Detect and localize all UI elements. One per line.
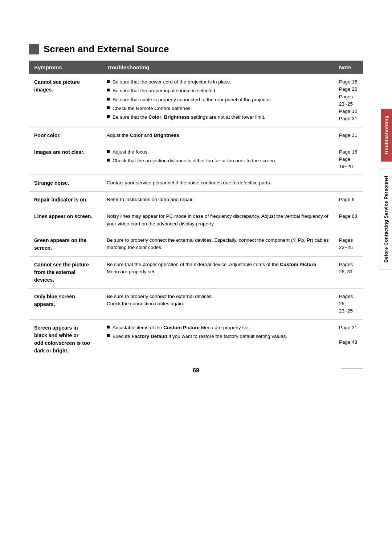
symptom-cell: Poor color. (29, 127, 102, 144)
note-cell: Pages26,23~25 (334, 288, 363, 319)
side-tab-service: Before Contacting Service Personnel (380, 169, 392, 270)
troubleshooting-cell: Be sure to properly connect the external… (102, 288, 334, 319)
note-cell: Page 9 (334, 192, 363, 208)
bullet-icon (107, 115, 110, 118)
page-number: 69 (193, 367, 199, 374)
troubleshooting-cell: Adjust the focus.Check that the projecti… (102, 144, 334, 175)
note-cell: Page 63 (334, 208, 363, 232)
troubleshooting-cell: Adjustable items of the Custom Picture M… (102, 319, 334, 359)
symptom-cell: Images are not clear. (29, 144, 102, 175)
screen-icon (29, 44, 39, 54)
page-container: Screen and External Source Symptoms Trou… (0, 0, 392, 388)
bullet-icon (107, 80, 110, 83)
bullet-icon (107, 326, 110, 328)
symptom-cell: Lines appear on screen. (29, 208, 102, 232)
bullet-icon (107, 334, 110, 337)
note-cell: Page 31Page 48 (334, 319, 363, 359)
note-cell: Page 16Page19~20 (334, 144, 363, 175)
note-cell: Pages23~25 (334, 232, 363, 256)
bullet-icon (107, 159, 110, 162)
trouble-table: Symptoms Troubleshooting Note Cannot see… (29, 61, 363, 359)
symptom-cell: Cannot see the picturefrom the externald… (29, 256, 102, 288)
troubleshooting-cell: Be sure that the power cord of the proje… (102, 74, 334, 127)
bullet-icon (107, 98, 110, 101)
note-cell: Pages26, 31 (334, 256, 363, 288)
symptom-cell: Repair indicator is on. (29, 192, 102, 208)
side-tab-troubleshooting: Troubleshooting (381, 109, 392, 162)
troubleshooting-cell: Refer to instructions on lamp and repair… (102, 192, 334, 208)
note-cell: Page 31 (334, 127, 363, 144)
bullet-icon (107, 150, 110, 153)
troubleshooting-cell: Adjust the Color and Brightness. (102, 127, 334, 144)
section-title-area: Screen and External Source (29, 44, 363, 55)
col-header-troubleshooting: Troubleshooting (102, 61, 334, 74)
symptom-cell: Screen appears inblack and white orodd c… (29, 319, 102, 359)
symptom-cell: Only blue screenappears. (29, 288, 102, 319)
note-cell: Page 15Page 26Pages23~25Page 12Page 31 (334, 74, 363, 127)
section-title: Screen and External Source (44, 44, 169, 55)
col-header-symptoms: Symptoms (29, 61, 102, 74)
note-cell (334, 175, 363, 192)
col-header-note: Note (334, 61, 363, 74)
troubleshooting-cell: Be sure to properly connect the external… (102, 232, 334, 256)
troubleshooting-cell: Contact your service personnel if the no… (102, 175, 334, 192)
bullet-icon (107, 106, 110, 109)
troubleshooting-cell: Be sure that the proper operation of the… (102, 256, 334, 288)
page-line (341, 368, 363, 368)
bullet-icon (107, 89, 110, 91)
symptom-cell: Green appears on thescreen. (29, 232, 102, 256)
symptom-cell: Cannot see pictureimages. (29, 74, 102, 127)
side-tab-container: Troubleshooting Before Contacting Servic… (380, 109, 392, 270)
symptom-cell: Strange noise. (29, 175, 102, 192)
troubleshooting-cell: Noisy lines may appear for PC mode in ca… (102, 208, 334, 232)
